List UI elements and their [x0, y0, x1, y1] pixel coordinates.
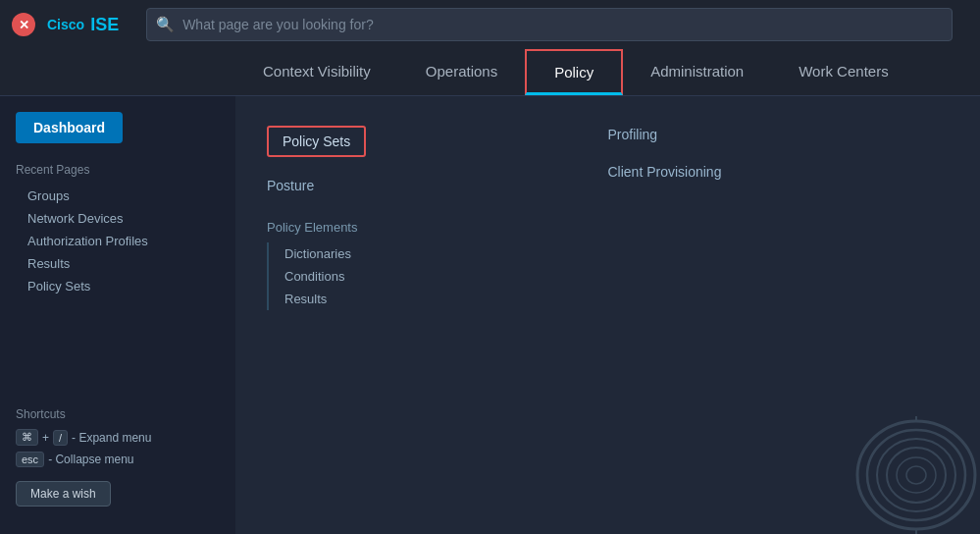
search-bar: 🔍: [146, 8, 953, 41]
policy-elements-title: Policy Elements: [267, 220, 608, 235]
shortcuts-section: Shortcuts ⌘ + / - Expand menu esc - Coll…: [0, 396, 235, 518]
policy-sets-box: Policy Sets: [267, 116, 608, 167]
tab-work-centers[interactable]: Work Centers: [771, 49, 915, 95]
expand-description: - Expand menu: [72, 431, 151, 445]
nav-tabs: Context Visibility Operations Policy Adm…: [0, 49, 980, 96]
search-input[interactable]: [146, 8, 953, 41]
main-content: Policy Sets Posture Policy Elements Dict…: [235, 96, 980, 534]
topbar: ✕ Cisco ISE 🔍: [0, 0, 980, 49]
posture-box: Posture: [267, 167, 608, 204]
cisco-wordmark: Cisco: [47, 17, 84, 32]
client-provisioning-link[interactable]: Client Provisioning: [608, 154, 742, 189]
policy-menu-grid: Policy Sets Posture Policy Elements Dict…: [267, 116, 949, 310]
sidebar-top: Dashboard Recent Pages Groups Network De…: [0, 112, 235, 396]
sidebar-item-authorization-profiles[interactable]: Authorization Profiles: [0, 230, 235, 252]
plus-symbol: +: [42, 431, 49, 445]
cmd-key-badge: ⌘: [16, 429, 38, 446]
svg-point-0: [857, 421, 975, 529]
profiling-box: Profiling: [608, 116, 950, 153]
recent-pages-heading: Recent Pages: [0, 159, 235, 185]
tab-administration[interactable]: Administration: [623, 49, 771, 95]
policy-sets-link[interactable]: Policy Sets: [267, 126, 366, 157]
esc-key-badge: esc: [16, 452, 44, 467]
close-button[interactable]: ✕: [12, 13, 35, 36]
tab-operations[interactable]: Operations: [398, 49, 525, 95]
make-wish-button[interactable]: Make a wish: [16, 481, 111, 507]
sidebar-item-results[interactable]: Results: [0, 252, 235, 275]
shortcuts-title: Shortcuts: [16, 407, 220, 421]
right-column: Profiling Client Provisioning: [608, 116, 950, 310]
fingerprint-decoration: [852, 416, 980, 534]
left-column: Policy Sets Posture Policy Elements Dict…: [267, 116, 608, 310]
brand-logo: Cisco ISE: [47, 15, 119, 35]
sidebar-item-policy-sets[interactable]: Policy Sets: [0, 275, 235, 297]
shortcut-expand-row: ⌘ + / - Expand menu: [16, 429, 220, 446]
svg-point-4: [897, 457, 936, 493]
collapse-description: - Collapse menu: [48, 453, 133, 466]
policy-elements-subitems: Dictionaries Conditions Results: [267, 242, 608, 310]
conditions-link[interactable]: Conditions: [284, 265, 608, 288]
dashboard-button[interactable]: Dashboard: [16, 112, 123, 143]
sidebar-item-groups[interactable]: Groups: [0, 185, 235, 207]
client-provisioning-box: Client Provisioning: [608, 153, 950, 190]
svg-point-3: [887, 448, 946, 503]
tab-context-visibility[interactable]: Context Visibility: [235, 49, 398, 95]
svg-point-2: [877, 439, 955, 511]
slash-key-badge: /: [53, 430, 68, 446]
product-name: ISE: [90, 15, 119, 35]
posture-link[interactable]: Posture: [267, 168, 334, 203]
sidebar-item-network-devices[interactable]: Network Devices: [0, 207, 235, 230]
profiling-link[interactable]: Profiling: [608, 117, 678, 152]
svg-point-1: [867, 430, 965, 520]
dictionaries-link[interactable]: Dictionaries: [284, 242, 608, 265]
results-link[interactable]: Results: [284, 288, 608, 310]
tab-policy[interactable]: Policy: [525, 49, 623, 95]
search-icon: 🔍: [156, 16, 175, 33]
body-area: Dashboard Recent Pages Groups Network De…: [0, 96, 980, 534]
sidebar: Dashboard Recent Pages Groups Network De…: [0, 96, 235, 534]
svg-point-5: [906, 466, 926, 484]
shortcut-collapse-row: esc - Collapse menu: [16, 452, 220, 467]
